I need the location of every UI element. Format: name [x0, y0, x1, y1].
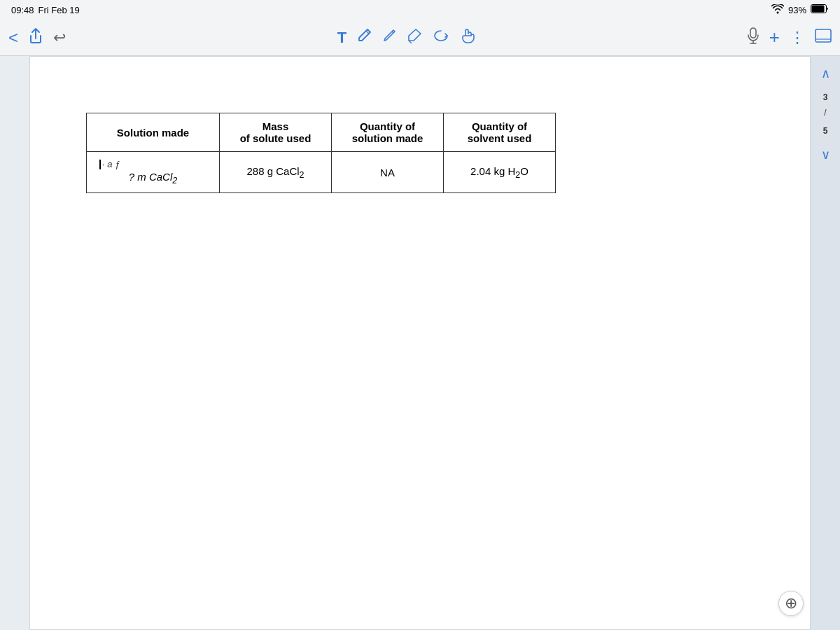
handwriting-label: · a ƒ: [102, 159, 120, 169]
svg-rect-6: [750, 28, 756, 38]
date: Fri Feb 19: [38, 5, 80, 15]
more-button[interactable]: ⋮: [790, 29, 805, 47]
svg-marker-4: [409, 29, 421, 41]
undo-button[interactable]: ↩: [53, 29, 66, 47]
battery-text: 93%: [788, 5, 806, 15]
page-current: 3: [823, 92, 828, 102]
scroll-down-button[interactable]: ∨: [818, 144, 833, 165]
zoom-button[interactable]: ⊕: [778, 591, 804, 616]
svg-rect-9: [816, 29, 831, 42]
zoom-icon: ⊕: [785, 594, 797, 612]
table-header-row: Solution made Mass of solute used Quanti…: [87, 113, 556, 152]
svg-rect-1: [812, 6, 825, 13]
cell-qty-solvent: 2.04 kg H2O: [444, 152, 556, 193]
marker-tool-button[interactable]: [408, 28, 422, 47]
table-row: · a ƒ ? m CaCl2 288 g CaCl2 NA 2.04 kg H…: [87, 152, 556, 193]
toolbar: < ↩ T: [0, 20, 840, 56]
svg-line-3: [392, 31, 393, 33]
microphone-button[interactable]: [747, 27, 760, 48]
pencil-tool-button[interactable]: [383, 28, 397, 47]
share-button[interactable]: [28, 27, 43, 48]
main-content: Solution made Mass of solute used Quanti…: [29, 56, 811, 630]
toolbar-center: T: [337, 27, 475, 48]
header-mass: Mass of solute used: [220, 113, 332, 152]
status-bar: 09:48 Fri Feb 19 93%: [0, 0, 840, 20]
toolbar-right: + ⋮: [747, 27, 832, 48]
tablet-view-button[interactable]: [815, 29, 832, 46]
cell-mass: 288 g CaCl2: [220, 152, 332, 193]
header-solution: Solution made: [87, 113, 220, 152]
back-button[interactable]: <: [8, 28, 18, 48]
cell-qty-solution: NA: [332, 152, 444, 193]
add-button[interactable]: +: [769, 27, 780, 48]
toolbar-left: < ↩: [8, 27, 66, 48]
battery-icon: [811, 4, 829, 15]
scroll-up-button[interactable]: ∧: [818, 63, 833, 84]
data-table: Solution made Mass of solute used Quanti…: [86, 113, 556, 193]
status-right: 93%: [771, 4, 829, 16]
cell-solution-text: ? m CaCl2: [99, 171, 206, 186]
header-qty-solvent: Quantity of solvent used: [444, 113, 556, 152]
wifi-icon: [771, 4, 784, 16]
header-qty-solution: Quantity of solution made: [332, 113, 444, 152]
cell-solution: · a ƒ ? m CaCl2: [87, 152, 220, 193]
page-total: 5: [823, 126, 828, 136]
page-slash: /: [824, 108, 826, 118]
text-tool-button[interactable]: T: [337, 29, 346, 47]
cursor-line: [99, 160, 101, 169]
page-area: Solution made Mass of solute used Quanti…: [30, 57, 810, 630]
pen-tool-button[interactable]: [358, 28, 372, 47]
hand-tool-button[interactable]: [460, 27, 475, 48]
lasso-tool-button[interactable]: [433, 28, 449, 47]
right-panel: ∧ 3 / 5 ∨: [811, 56, 840, 630]
status-left: 09:48 Fri Feb 19: [11, 5, 80, 15]
time: 09:48: [11, 5, 34, 15]
